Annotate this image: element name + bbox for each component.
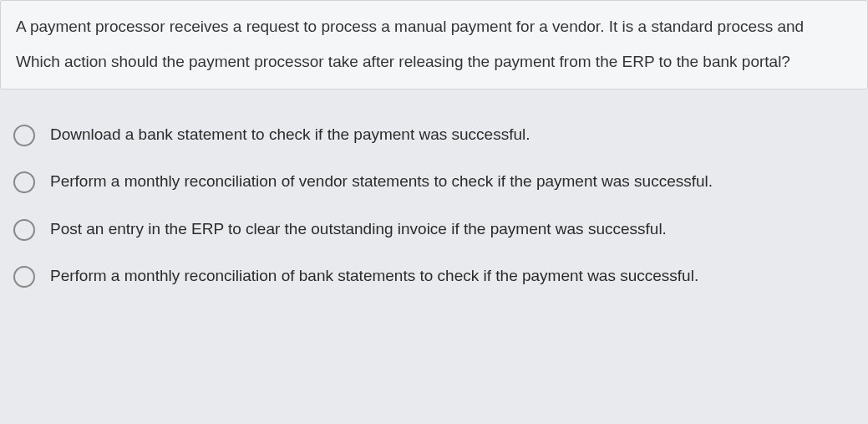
- option-label: Perform a monthly reconciliation of vend…: [50, 170, 713, 194]
- option-row-2[interactable]: Perform a monthly reconciliation of vend…: [13, 170, 855, 194]
- radio-icon[interactable]: [13, 125, 35, 146]
- option-row-3[interactable]: Post an entry in the ERP to clear the ou…: [13, 217, 855, 242]
- question-text-line-2: Which action should the payment processo…: [16, 49, 852, 74]
- option-row-4[interactable]: Perform a monthly reconciliation of bank…: [13, 264, 855, 289]
- radio-icon[interactable]: [13, 171, 35, 193]
- radio-icon[interactable]: [13, 266, 35, 288]
- option-label: Perform a monthly reconciliation of bank…: [50, 264, 698, 289]
- option-label: Download a bank statement to check if th…: [50, 123, 530, 147]
- question-header: A payment processor receives a request t…: [0, 0, 868, 89]
- options-container: Download a bank statement to check if th…: [0, 123, 868, 289]
- option-label: Post an entry in the ERP to clear the ou…: [50, 217, 667, 242]
- question-text-line-1: A payment processor receives a request t…: [16, 14, 852, 39]
- option-row-1[interactable]: Download a bank statement to check if th…: [13, 123, 855, 147]
- radio-icon[interactable]: [13, 219, 35, 241]
